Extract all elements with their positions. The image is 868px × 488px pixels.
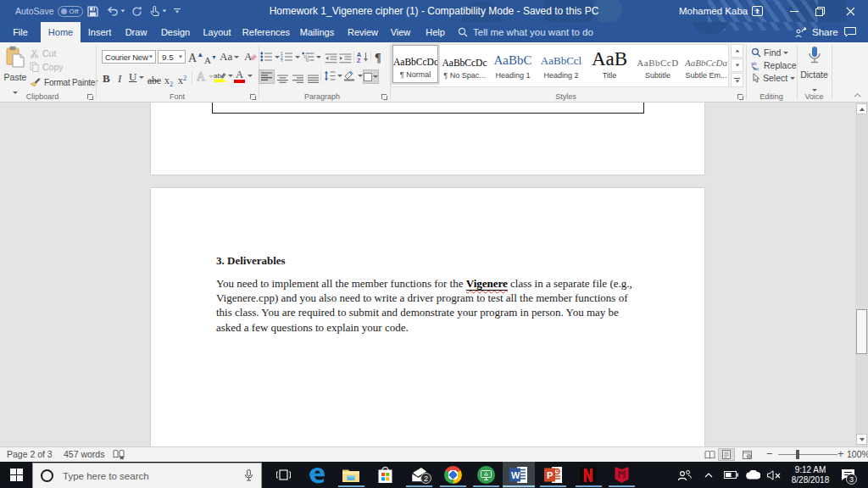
tab-mailings[interactable]: Mailings bbox=[297, 22, 337, 42]
copy-button[interactable]: Copy bbox=[30, 62, 64, 72]
tray-people[interactable] bbox=[672, 462, 696, 488]
font-color-button[interactable]: A bbox=[234, 70, 253, 83]
numbering-button[interactable]: 123 bbox=[281, 52, 300, 62]
tray-show-hidden[interactable] bbox=[700, 462, 717, 488]
font-dialog-launcher[interactable] bbox=[249, 93, 258, 102]
account-user-name[interactable]: Mohamed Kaba bbox=[679, 0, 748, 22]
zoom-level[interactable]: 100% bbox=[847, 447, 868, 462]
vertical-scrollbar[interactable] bbox=[855, 103, 868, 446]
taskbar-powerpoint[interactable]: P bbox=[537, 462, 570, 488]
task-view-button[interactable] bbox=[268, 462, 298, 488]
tab-review[interactable]: Review bbox=[345, 22, 381, 42]
dictate-dropdown-caret[interactable] bbox=[812, 89, 817, 92]
tell-me-search[interactable]: Tell me what you want to do bbox=[458, 22, 593, 42]
style-subtitle[interactable]: AaBbCcD Subtitle bbox=[635, 45, 681, 83]
show-formatting-button[interactable]: ¶ bbox=[375, 50, 381, 65]
font-size-combo[interactable]: 9.5 bbox=[158, 50, 186, 64]
align-right-button[interactable] bbox=[292, 72, 303, 87]
scrollbar-thumb[interactable] bbox=[856, 309, 867, 354]
cut-button[interactable]: Cut bbox=[30, 48, 56, 58]
collapse-ribbon-button[interactable] bbox=[849, 90, 865, 100]
bold-button[interactable]: B bbox=[103, 70, 110, 86]
style-subtle-emphasis[interactable]: AaBbCcDa Subtle Em... bbox=[683, 45, 729, 83]
change-case-button[interactable]: Aa bbox=[220, 50, 239, 64]
style-heading-1[interactable]: AaBbC Heading 1 bbox=[490, 45, 536, 83]
grow-font-button[interactable]: A▲ bbox=[188, 50, 203, 65]
taskbar-file-explorer[interactable] bbox=[334, 462, 368, 488]
find-button[interactable]: Find bbox=[751, 47, 788, 58]
taskbar-chrome[interactable] bbox=[436, 462, 470, 488]
line-spacing-button[interactable] bbox=[324, 70, 342, 81]
page-indicator[interactable]: Page 2 of 3 bbox=[7, 447, 53, 462]
tab-home[interactable]: Home bbox=[41, 22, 81, 42]
tab-draw[interactable]: Draw bbox=[120, 22, 152, 42]
styles-dialog-launcher[interactable] bbox=[737, 93, 745, 102]
style-normal[interactable]: AaBbCcDc ¶ Normal bbox=[392, 45, 438, 83]
style-heading-2[interactable]: AaBbCcl Heading 2 bbox=[538, 45, 584, 83]
styles-scroll-up[interactable] bbox=[731, 44, 743, 58]
style-no-spacing[interactable]: AaBbCcDc ¶ No Spac... bbox=[442, 45, 487, 83]
replace-button[interactable]: abac Replace bbox=[751, 60, 797, 70]
shrink-font-button[interactable]: A▼ bbox=[204, 52, 217, 67]
tray-volume[interactable] bbox=[763, 462, 785, 488]
select-button[interactable]: Select bbox=[751, 73, 795, 83]
styles-scroll-down[interactable] bbox=[731, 58, 743, 72]
italic-button[interactable]: I bbox=[118, 70, 121, 86]
doc-paragraph[interactable]: You need to implement all the member fun… bbox=[216, 276, 637, 335]
style-title[interactable]: AaB Title bbox=[587, 45, 632, 83]
action-center-button[interactable]: 3 bbox=[835, 462, 860, 488]
taskbar-netflix[interactable] bbox=[571, 462, 605, 488]
start-button[interactable] bbox=[3, 462, 29, 488]
shading-button[interactable] bbox=[343, 70, 363, 81]
tab-layout[interactable]: Layout bbox=[200, 22, 234, 42]
highlight-color-button[interactable]: ab bbox=[214, 70, 233, 86]
taskbar-mcafee[interactable] bbox=[605, 462, 638, 488]
page-2[interactable]: 3. Deliverables You need to implement al… bbox=[151, 188, 704, 446]
tab-references[interactable]: References bbox=[242, 22, 291, 42]
paragraph-dialog-launcher[interactable] bbox=[381, 93, 389, 102]
tab-insert[interactable]: Insert bbox=[84, 22, 115, 42]
taskbar-remote-app[interactable] bbox=[470, 462, 503, 488]
justify-button[interactable] bbox=[308, 72, 319, 87]
scroll-down-button[interactable] bbox=[856, 434, 867, 445]
align-center-button[interactable] bbox=[277, 72, 288, 87]
minimize-button[interactable] bbox=[780, 0, 809, 22]
multilevel-list-button[interactable] bbox=[302, 52, 321, 62]
strikethrough-button[interactable]: abc bbox=[147, 72, 161, 87]
increase-indent-button[interactable] bbox=[339, 52, 352, 67]
taskbar-search-box[interactable]: Type here to search bbox=[32, 463, 262, 488]
close-button[interactable] bbox=[836, 0, 865, 22]
zoom-slider-track[interactable] bbox=[778, 454, 837, 455]
taskbar-store[interactable] bbox=[368, 462, 402, 488]
tray-onedrive[interactable] bbox=[742, 462, 764, 488]
underline-button[interactable]: U bbox=[129, 70, 144, 84]
tab-help[interactable]: Help bbox=[421, 22, 449, 42]
tab-file[interactable]: File bbox=[3, 22, 37, 42]
taskbar-word[interactable]: W bbox=[503, 462, 535, 488]
ribbon-display-options-button[interactable] bbox=[743, 0, 771, 22]
zoom-out-button[interactable]: − bbox=[766, 446, 773, 461]
paste-button[interactable]: Paste bbox=[3, 44, 27, 88]
format-painter-button[interactable]: Format Painter bbox=[30, 77, 97, 87]
sort-button[interactable]: AZ bbox=[357, 51, 369, 66]
superscript-button[interactable]: x2 bbox=[178, 72, 186, 87]
text-effects-button[interactable]: A bbox=[196, 70, 214, 82]
word-count[interactable]: 457 words bbox=[64, 447, 104, 462]
clear-formatting-button[interactable]: A bbox=[244, 50, 258, 65]
align-left-button[interactable] bbox=[259, 69, 275, 84]
tray-battery[interactable] bbox=[720, 462, 742, 488]
share-button[interactable]: Share bbox=[795, 22, 838, 42]
font-name-combo[interactable]: Courier New bbox=[102, 50, 156, 64]
decrease-indent-button[interactable] bbox=[325, 52, 337, 67]
scroll-up-button[interactable] bbox=[856, 103, 867, 114]
web-layout-button[interactable] bbox=[738, 448, 755, 461]
print-layout-button[interactable] bbox=[718, 448, 735, 461]
comments-button[interactable] bbox=[844, 22, 856, 42]
dictate-button[interactable]: Dictate bbox=[797, 46, 832, 95]
clipboard-dialog-launcher[interactable] bbox=[86, 93, 95, 102]
bullets-button[interactable] bbox=[260, 52, 280, 62]
zoom-slider-thumb[interactable] bbox=[796, 450, 799, 459]
page-1[interactable] bbox=[151, 103, 704, 175]
tray-clock[interactable]: 9:12 AM 8/28/2018 bbox=[787, 462, 834, 488]
taskbar-edge[interactable] bbox=[300, 462, 334, 488]
